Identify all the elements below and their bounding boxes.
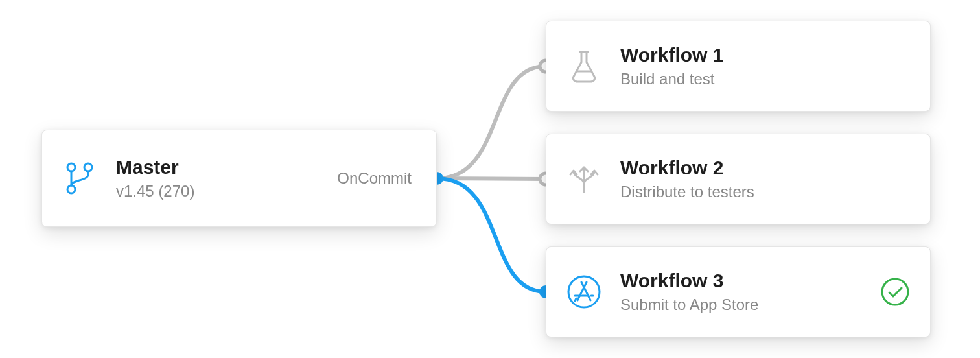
source-title: Master	[116, 156, 337, 179]
workflow-title: Workflow 1	[620, 44, 880, 67]
workflow-card-2[interactable]: Workflow 2 Distribute to testers	[546, 134, 931, 224]
workflow-subtitle: Submit to App Store	[620, 296, 880, 314]
status-none	[880, 163, 911, 195]
workflow-title: Workflow 2	[620, 157, 880, 180]
connector-lines	[428, 0, 557, 358]
workflow-card-3[interactable]: Workflow 3 Submit to App Store	[546, 246, 931, 337]
appstore-icon	[566, 274, 602, 310]
svg-point-5	[67, 185, 75, 193]
workflow-title: Workflow 3	[620, 270, 880, 292]
status-success-icon	[880, 276, 911, 307]
trigger-label: OnCommit	[337, 169, 412, 187]
status-none	[880, 51, 911, 82]
distribute-icon	[566, 161, 602, 197]
workflow-card-1[interactable]: Workflow 1 Build and test	[546, 21, 931, 112]
source-branch-card[interactable]: Master v1.45 (270) OnCommit	[41, 130, 437, 227]
svg-point-8	[882, 279, 908, 305]
branch-icon	[62, 160, 98, 197]
workflow-text: Workflow 3 Submit to App Store	[620, 270, 880, 315]
flask-icon	[566, 48, 602, 84]
svg-point-4	[67, 163, 75, 171]
workflow-text: Workflow 1 Build and test	[620, 44, 880, 89]
workflow-subtitle: Build and test	[620, 70, 880, 88]
workflow-text: Workflow 2 Distribute to testers	[620, 157, 880, 202]
svg-point-6	[84, 163, 92, 171]
workflow-diagram: Master v1.45 (270) OnCommit Workflow 1 B…	[0, 0, 980, 358]
source-subtitle: v1.45 (270)	[116, 182, 337, 200]
source-text: Master v1.45 (270)	[116, 156, 337, 201]
svg-point-7	[568, 276, 600, 307]
workflow-subtitle: Distribute to testers	[620, 183, 880, 201]
